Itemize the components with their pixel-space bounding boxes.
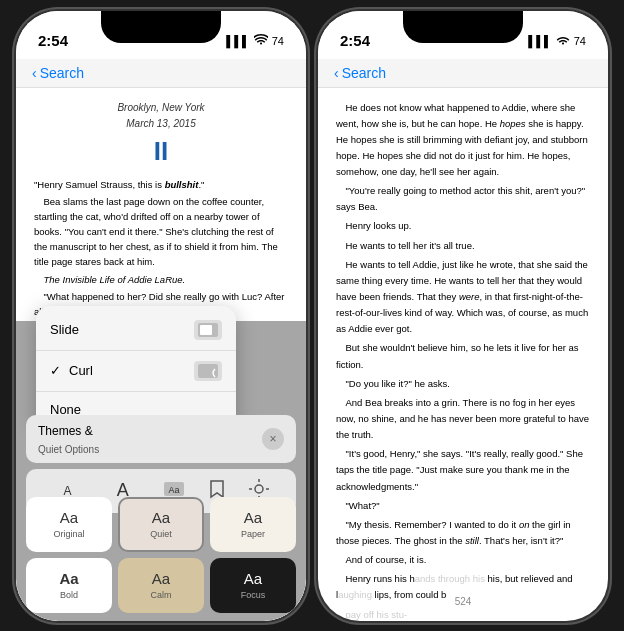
slide-menu[interactable]: Slide ✓ Curl None: [36, 306, 236, 431]
time-left: 2:54: [38, 32, 68, 49]
signal-icon-right: ▌▌▌: [528, 35, 551, 47]
reading-para: Henry looks up.: [336, 218, 590, 234]
reading-para: And of course, it is.: [336, 552, 590, 568]
checkmark-icon: ✓: [50, 363, 61, 378]
theme-label: Original: [53, 529, 84, 539]
slide-option[interactable]: Slide: [36, 310, 236, 351]
curl-option[interactable]: ✓ Curl: [36, 351, 236, 392]
reading-para: He wants to tell Addie, just like he wro…: [336, 257, 590, 338]
back-chevron-left: ‹: [32, 65, 37, 81]
chapter-roman: II: [34, 136, 288, 167]
theme-aa: Aa: [152, 509, 170, 526]
themes-subtitle: Quiet Options: [38, 444, 99, 455]
right-phone-content: ‹ Search He does not know what happened …: [318, 59, 608, 621]
theme-focus[interactable]: Aa Focus: [210, 558, 296, 613]
nav-bar-left[interactable]: ‹ Search: [16, 59, 306, 88]
back-button-left[interactable]: ‹ Search: [32, 65, 84, 81]
text-line: "Henry Samuel Strauss, this is bullshit.…: [34, 177, 288, 192]
reading-para: And Bea breaks into a grin. There is no …: [336, 395, 590, 443]
theme-label: Paper: [241, 529, 265, 539]
battery-icon-right: 74: [574, 35, 586, 47]
reading-para: "What?": [336, 498, 590, 514]
wifi-icon-right: [556, 34, 570, 47]
battery-icon: 74: [272, 35, 284, 47]
reading-para: pay off his stu-: [336, 607, 590, 621]
curl-icon: [194, 361, 222, 381]
text-line: Bea slams the last page down on the coff…: [34, 194, 288, 270]
reading-para: "It's good, Henry," she says. "It's real…: [336, 446, 590, 494]
back-label-right: Search: [342, 65, 386, 81]
reading-para: "Do you like it?" he asks.: [336, 376, 590, 392]
book-header: Brooklyn, New YorkMarch 13, 2015 II: [34, 100, 288, 167]
theme-quiet[interactable]: Aa Quiet: [118, 497, 204, 552]
status-icons-left: ▌▌▌ 74: [226, 34, 284, 47]
left-phone: 2:54 ▌▌▌ 74 ‹: [16, 11, 306, 621]
theme-label: Quiet: [150, 529, 172, 539]
reading-para: "My thesis. Remember? I wanted to do it …: [336, 517, 590, 549]
nav-bar-right[interactable]: ‹ Search: [318, 59, 608, 88]
theme-label: Focus: [241, 590, 266, 600]
theme-aa: Aa: [244, 509, 262, 526]
signal-icon: ▌▌▌: [226, 35, 249, 47]
status-icons-right: ▌▌▌ 74: [528, 34, 586, 47]
theme-aa: Aa: [59, 570, 78, 587]
notch-right: [403, 11, 523, 43]
back-chevron-right: ‹: [334, 65, 339, 81]
slide-label: Slide: [50, 322, 79, 337]
svg-text:Aa: Aa: [168, 485, 179, 495]
reading-content: He does not know what happened to Addie,…: [318, 88, 608, 621]
reading-para: He does not know what happened to Addie,…: [336, 100, 590, 181]
theme-label: Calm: [150, 590, 171, 600]
text-line: The Invisible Life of Addie LaRue.: [34, 272, 288, 287]
theme-cards-grid: Aa Original Aa Quiet Aa Paper Aa Bold Aa: [26, 497, 296, 613]
reading-para: But she wouldn't believe him, so he lets…: [336, 340, 590, 372]
back-button-right[interactable]: ‹ Search: [334, 65, 386, 81]
phones-container: 2:54 ▌▌▌ 74 ‹: [16, 11, 608, 621]
theme-calm[interactable]: Aa Calm: [118, 558, 204, 613]
svg-point-5: [255, 485, 263, 493]
notch: [101, 11, 221, 43]
themes-title: Themes &: [38, 424, 93, 438]
theme-original[interactable]: Aa Original: [26, 497, 112, 552]
time-right: 2:54: [340, 32, 370, 49]
themes-label: Themes & Quiet Options: [38, 421, 99, 457]
themes-bar: Themes & Quiet Options ×: [26, 415, 296, 463]
curl-label: Curl: [69, 363, 93, 378]
wifi-icon: [254, 34, 268, 47]
reading-para: He wants to tell her it's all true.: [336, 238, 590, 254]
right-phone: 2:54 ▌▌▌ 74 ‹ Sea: [318, 11, 608, 621]
theme-aa: Aa: [60, 509, 78, 526]
close-button[interactable]: ×: [262, 428, 284, 450]
reading-para: "You're really going to method actor thi…: [336, 183, 590, 215]
theme-aa: Aa: [152, 570, 170, 587]
page-number: 524: [455, 596, 472, 607]
book-location: Brooklyn, New YorkMarch 13, 2015: [34, 100, 288, 132]
theme-aa: Aa: [244, 570, 262, 587]
back-label-left: Search: [40, 65, 84, 81]
theme-label: Bold: [60, 590, 78, 600]
theme-paper[interactable]: Aa Paper: [210, 497, 296, 552]
svg-rect-1: [200, 325, 212, 335]
left-phone-content: ‹ Search Brooklyn, New YorkMarch 13, 201…: [16, 59, 306, 621]
theme-bold[interactable]: Aa Bold: [26, 558, 112, 613]
slide-icon: [194, 320, 222, 340]
